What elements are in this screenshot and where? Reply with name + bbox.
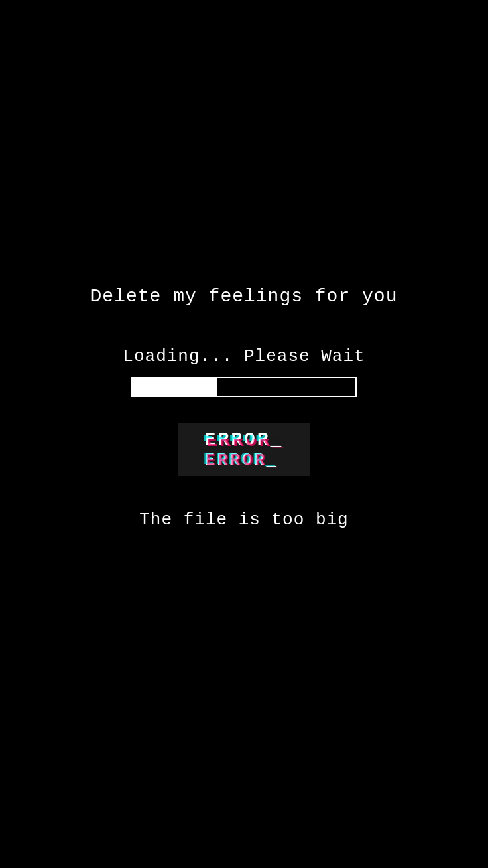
- bottom-text: The file is too big: [139, 510, 348, 530]
- progress-bar-filled: [133, 378, 217, 396]
- progress-bar: [131, 377, 357, 397]
- error-line1: ERROR_: [205, 430, 284, 451]
- error-box: ERROR_ ERROR_: [178, 423, 310, 476]
- main-container: Delete my feelings for you Loading... Pl…: [0, 286, 488, 530]
- error-text-wrapper: ERROR_ ERROR_: [205, 430, 284, 469]
- error-line2: ERROR_: [205, 451, 284, 470]
- loading-text: Loading... Please Wait: [123, 346, 365, 366]
- main-title: Delete my feelings for you: [91, 286, 398, 307]
- progress-bar-empty: [217, 378, 355, 396]
